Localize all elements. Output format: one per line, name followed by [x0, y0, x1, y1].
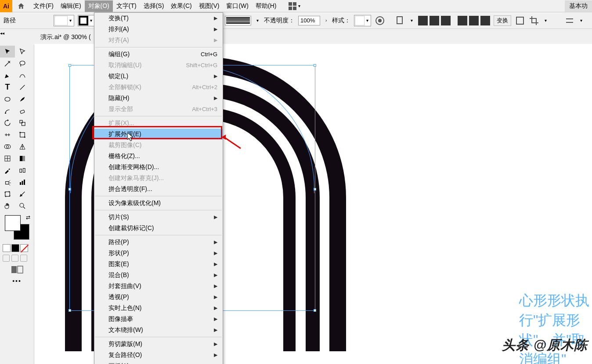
panel-grip-icon[interactable]: ◂◂: [0, 31, 5, 36]
menu-item[interactable]: 排列(A)▶: [94, 24, 223, 35]
blend-tool-icon[interactable]: [15, 164, 30, 176]
workspace-switcher[interactable]: 基本功: [565, 0, 592, 12]
eraser-tool-icon[interactable]: [15, 105, 30, 117]
menu-item[interactable]: 透视(P)▶: [94, 292, 223, 303]
menu-item[interactable]: 切片(S)▶: [94, 212, 223, 223]
lasso-tool-icon[interactable]: [15, 58, 30, 69]
opacity-input[interactable]: [298, 16, 320, 25]
rotate-tool-icon[interactable]: [0, 117, 15, 129]
crop-icon[interactable]: [529, 15, 539, 26]
menu-item[interactable]: 创建裁切标记(C): [94, 223, 223, 234]
align-vcenter-icon[interactable]: [469, 16, 479, 25]
draw-inside-icon[interactable]: [20, 255, 27, 262]
align-hcenter-icon[interactable]: [430, 16, 439, 25]
mesh-tool-icon[interactable]: [0, 152, 15, 164]
color-mode-solid[interactable]: [3, 244, 11, 252]
chevron-down-icon[interactable]: ▾: [255, 18, 260, 23]
symbol-sprayer-tool-icon[interactable]: [0, 176, 15, 188]
zoom-tool-icon[interactable]: [15, 200, 30, 212]
menu-item[interactable]: 文本绕排(W)▶: [94, 324, 223, 335]
color-mode-none[interactable]: [20, 244, 28, 252]
hand-tool-icon[interactable]: [0, 200, 15, 212]
shaper-tool-icon[interactable]: [0, 105, 15, 117]
style-swatch[interactable]: ▾: [354, 15, 371, 26]
menu-item[interactable]: 剪切蒙版(M)▶: [94, 339, 223, 350]
menu-help[interactable]: 帮助(H): [252, 0, 280, 12]
menu-item[interactable]: 形状(P)▶: [94, 248, 223, 259]
eyedropper-tool-icon[interactable]: [0, 164, 15, 176]
menu-select[interactable]: 选择(S): [140, 0, 168, 12]
magic-wand-tool-icon[interactable]: [0, 58, 15, 69]
fill-color-swatch[interactable]: [5, 215, 21, 231]
shape-builder-tool-icon[interactable]: [0, 141, 15, 152]
curvature-tool-icon[interactable]: [15, 69, 30, 81]
fill-swatch[interactable]: ▾: [54, 15, 74, 26]
line-tool-icon[interactable]: [15, 81, 30, 93]
pen-tool-icon[interactable]: [0, 69, 15, 81]
menu-item[interactable]: 创建渐变网格(D)...: [94, 162, 223, 173]
chevron-down-icon[interactable]: ▾: [578, 18, 584, 23]
menu-view[interactable]: 视图(V): [195, 0, 223, 12]
draw-behind-icon[interactable]: [11, 255, 18, 262]
ellipse-tool-icon[interactable]: [0, 93, 15, 105]
stroke-swatch[interactable]: ▾: [78, 15, 95, 26]
scale-tool-icon[interactable]: [15, 117, 30, 129]
menu-item[interactable]: 扩展外观(E): [94, 129, 223, 140]
menu-item[interactable]: 图案(E)▶: [94, 259, 223, 270]
menu-file[interactable]: 文件(F): [30, 0, 57, 12]
swap-colors-icon[interactable]: ⇄: [26, 214, 30, 220]
isolate-icon[interactable]: [515, 15, 525, 26]
width-tool-icon[interactable]: [0, 129, 15, 141]
menu-item[interactable]: 实时上色(N)▶: [94, 303, 223, 314]
menu-item[interactable]: 路径(P)▶: [94, 237, 223, 248]
menu-type[interactable]: 文字(T): [113, 0, 140, 12]
menu-edit[interactable]: 编辑(E): [57, 0, 85, 12]
align-left-icon[interactable]: [418, 16, 428, 25]
menu-item[interactable]: 变换(T)▶: [94, 13, 223, 24]
chevron-down-icon[interactable]: ▾: [409, 18, 415, 23]
artboard-tool-icon[interactable]: [0, 188, 15, 200]
chevron-down-icon[interactable]: ›: [324, 18, 328, 23]
menu-item[interactable]: 隐藏(H)▶: [94, 93, 223, 104]
draw-normal-icon[interactable]: [3, 255, 10, 262]
chevron-down-icon[interactable]: ▾: [543, 18, 549, 23]
transform-button[interactable]: 变换: [494, 15, 511, 26]
menu-window[interactable]: 窗口(W): [223, 0, 252, 12]
type-tool-icon[interactable]: T: [0, 81, 15, 93]
edit-toolbar-icon[interactable]: •••: [0, 278, 34, 285]
menu-object[interactable]: 对象(O): [85, 0, 113, 12]
selection-tool-icon[interactable]: [0, 46, 15, 58]
menu-item[interactable]: 复合路径(O)▶: [94, 350, 223, 360]
home-icon[interactable]: [12, 2, 30, 10]
layout-grid-icon[interactable]: [289, 2, 296, 10]
gradient-tool-icon[interactable]: [15, 152, 30, 164]
doc-setup-icon[interactable]: [395, 15, 405, 26]
document-tab[interactable]: 演示.ai* @ 300% (: [36, 31, 95, 44]
color-mode-gradient[interactable]: [11, 244, 19, 252]
align-top-icon[interactable]: [458, 16, 467, 25]
free-transform-tool-icon[interactable]: [15, 129, 30, 141]
perspective-grid-tool-icon[interactable]: [15, 141, 30, 152]
menu-item[interactable]: 设为像素级优化(M): [94, 198, 223, 209]
menu-item[interactable]: 栅格化(Z)...: [94, 151, 223, 162]
menu-item[interactable]: 画板(A)▶: [94, 360, 223, 364]
align-bottom-icon[interactable]: [480, 16, 490, 25]
menu-item[interactable]: 图像描摹▶: [94, 314, 223, 324]
menu-item[interactable]: 锁定(L)▶: [94, 71, 223, 82]
screen-mode-icon[interactable]: [11, 265, 24, 274]
menu-item[interactable]: 拼合透明度(F)...: [94, 184, 223, 195]
slice-tool-icon[interactable]: [15, 188, 30, 200]
chevron-down-icon[interactable]: ▾: [296, 4, 302, 8]
menu-item[interactable]: 混合(B)▶: [94, 270, 223, 281]
paintbrush-tool-icon[interactable]: [15, 93, 30, 105]
arrange-icon[interactable]: [564, 15, 575, 26]
stroke-profile[interactable]: [225, 16, 251, 25]
fill-stroke-swatches[interactable]: ⇄: [4, 214, 30, 241]
menu-effect[interactable]: 效果(C): [167, 0, 195, 12]
direct-selection-tool-icon[interactable]: [15, 46, 30, 58]
align-right-icon[interactable]: [441, 16, 451, 25]
column-graph-tool-icon[interactable]: [15, 176, 30, 188]
recolor-icon[interactable]: [375, 15, 385, 26]
menu-item[interactable]: 编组(G)Ctrl+G: [94, 49, 223, 60]
menu-item[interactable]: 封套扭曲(V)▶: [94, 281, 223, 292]
